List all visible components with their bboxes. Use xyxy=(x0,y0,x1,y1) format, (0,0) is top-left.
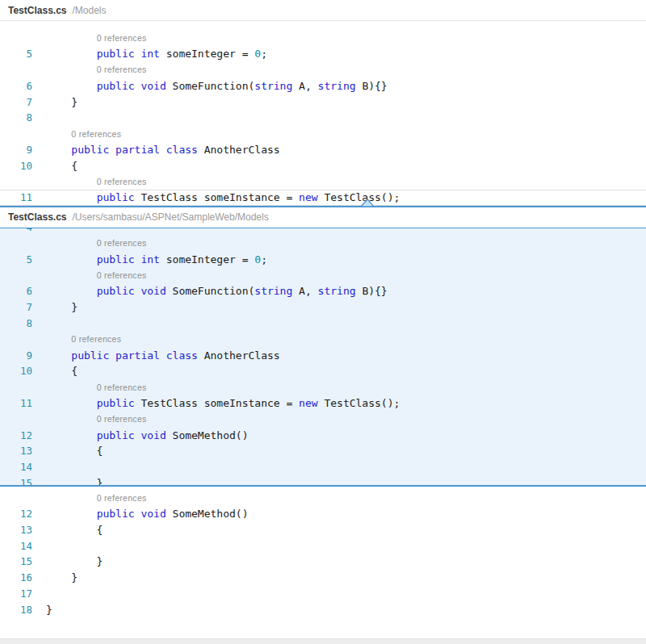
line-content: 0 references xyxy=(32,333,121,345)
line-content: { xyxy=(32,160,78,172)
code-line[interactable]: 8 xyxy=(0,316,646,332)
codelens-row[interactable]: 0 references xyxy=(0,379,646,395)
code-line[interactable]: 7 } xyxy=(0,94,646,110)
line-content: { xyxy=(32,365,78,377)
line-number: 10 xyxy=(0,160,32,172)
line-content: } xyxy=(32,477,103,485)
editor-bottom[interactable]: 0 references12 public void SomeMethod()1… xyxy=(0,487,646,617)
line-content: 0 references xyxy=(32,381,147,393)
line-content: 0 references xyxy=(32,64,147,76)
line-number: 14 xyxy=(0,461,32,473)
line-number: 12 xyxy=(0,508,32,520)
line-content: public TestClass someInstance = new Test… xyxy=(32,191,400,203)
codelens-row[interactable]: 0 references xyxy=(0,62,646,78)
code-line[interactable]: 9 public partial class AnotherClass xyxy=(0,142,646,158)
codelens-references[interactable]: 0 references xyxy=(97,177,147,186)
line-number: 17 xyxy=(0,588,32,600)
line-content: public TestClass someInstance = new Test… xyxy=(32,397,400,409)
code-line[interactable]: 16 } xyxy=(0,570,646,586)
line-content: public int someInteger = 0; xyxy=(32,253,267,266)
line-content: { xyxy=(32,445,103,457)
code-line[interactable]: 8 xyxy=(0,110,646,126)
line-content: 0 references xyxy=(32,413,147,425)
line-content: 0 references xyxy=(32,128,121,140)
codelens-references[interactable]: 0 references xyxy=(97,270,147,280)
line-number: 18 xyxy=(0,604,32,616)
line-number: 11 xyxy=(0,397,32,409)
code-line[interactable]: 5 public int someInteger = 0; xyxy=(0,251,646,267)
peek-body[interactable]: 4 0 references5 public int someInteger =… xyxy=(0,228,646,485)
peek-filepath: /Users/sambasu/ASPNet/SampleWeb/Models xyxy=(73,211,269,223)
line-number: 12 xyxy=(0,429,32,441)
line-content: 0 references xyxy=(32,31,147,44)
code-line[interactable]: 10 { xyxy=(0,157,646,174)
code-line[interactable]: 11 public TestClass someInstance = new T… xyxy=(0,190,646,206)
line-number: 7 xyxy=(0,301,32,313)
code-line[interactable]: 10 { xyxy=(0,363,646,379)
code-line[interactable]: 7 } xyxy=(0,299,646,316)
codelens-row[interactable]: 0 references xyxy=(0,30,646,46)
line-content: public partial class AnotherClass xyxy=(32,349,280,362)
code-line[interactable]: 6 public void SomeFunction(string A, str… xyxy=(0,77,646,94)
codelens-row[interactable]: 0 references xyxy=(0,411,646,427)
line-number: 9 xyxy=(0,349,32,362)
code-line[interactable]: 14 xyxy=(0,537,646,554)
line-content: public void SomeFunction(string A, strin… xyxy=(32,80,388,92)
editor-top[interactable]: 0 references5 public int someInteger = 0… xyxy=(0,21,646,206)
code-line[interactable]: 9 public partial class AnotherClass xyxy=(0,347,646,363)
line-content: 0 references xyxy=(32,270,147,282)
code-line[interactable]: 4 xyxy=(0,228,646,236)
line-content: } xyxy=(32,604,52,616)
codelens-row[interactable]: 0 references xyxy=(0,490,646,506)
codelens-references[interactable]: 0 references xyxy=(97,238,147,248)
codelens-references[interactable]: 0 references xyxy=(97,65,147,74)
codelens-row[interactable]: 0 references xyxy=(0,331,646,347)
codelens-row[interactable]: 0 references xyxy=(0,174,646,190)
code-line[interactable]: 15 } xyxy=(0,475,646,485)
line-number: 4 xyxy=(0,228,32,233)
line-content: public void SomeMethod() xyxy=(32,508,248,520)
line-content: } xyxy=(32,301,78,313)
code-line[interactable]: 13 { xyxy=(0,443,646,459)
line-content: public partial class AnotherClass xyxy=(32,144,280,156)
code-line[interactable]: 17 xyxy=(0,586,646,602)
code-line[interactable]: 6 public void SomeFunction(string A, str… xyxy=(0,283,646,299)
line-content: } xyxy=(32,571,78,583)
code-line[interactable]: 12 public void SomeMethod() xyxy=(0,506,646,522)
codelens-references[interactable]: 0 references xyxy=(97,33,147,43)
line-number: 15 xyxy=(0,555,32,567)
codelens-row[interactable]: 0 references xyxy=(0,126,646,142)
line-number: 13 xyxy=(0,524,32,536)
line-number: 6 xyxy=(0,80,32,92)
code-line[interactable]: 11 public TestClass someInstance = new T… xyxy=(0,395,646,412)
line-number: 15 xyxy=(0,477,32,485)
line-number: 5 xyxy=(0,48,32,60)
peek-definition-window[interactable]: TestClass.cs /Users/sambasu/ASPNet/Sampl… xyxy=(0,206,646,487)
code-line[interactable]: 13 { xyxy=(0,521,646,537)
codelens-row[interactable]: 0 references xyxy=(0,236,646,252)
horizontal-scrollbar-track[interactable] xyxy=(0,638,646,644)
code-line[interactable]: 12 public void SomeMethod() xyxy=(0,427,646,443)
peek-header[interactable]: TestClass.cs /Users/sambasu/ASPNet/Sampl… xyxy=(0,207,646,228)
line-content: { xyxy=(32,524,103,536)
line-content: public void SomeMethod() xyxy=(32,429,248,441)
code-line[interactable]: 14 xyxy=(0,459,646,475)
codelens-row[interactable]: 0 references xyxy=(0,267,646,283)
codelens-references[interactable]: 0 references xyxy=(97,414,147,424)
code-line[interactable]: 15 } xyxy=(0,554,646,570)
line-content: public int someInteger = 0; xyxy=(32,48,267,60)
codelens-references[interactable]: 0 references xyxy=(97,493,147,503)
line-content: 0 references xyxy=(32,176,147,188)
peek-filename: TestClass.cs xyxy=(8,211,67,223)
line-number: 9 xyxy=(0,144,32,156)
line-number: 14 xyxy=(0,540,32,552)
line-number: 13 xyxy=(0,445,32,457)
codelens-references[interactable]: 0 references xyxy=(71,334,121,344)
line-number: 5 xyxy=(0,253,32,266)
code-line[interactable]: 18} xyxy=(0,601,646,617)
codelens-references[interactable]: 0 references xyxy=(97,383,147,392)
codelens-references[interactable]: 0 references xyxy=(71,129,121,139)
code-line[interactable]: 5 public int someInteger = 0; xyxy=(0,46,646,62)
line-number: 10 xyxy=(0,365,32,377)
document-filename[interactable]: TestClass.cs xyxy=(8,5,67,16)
